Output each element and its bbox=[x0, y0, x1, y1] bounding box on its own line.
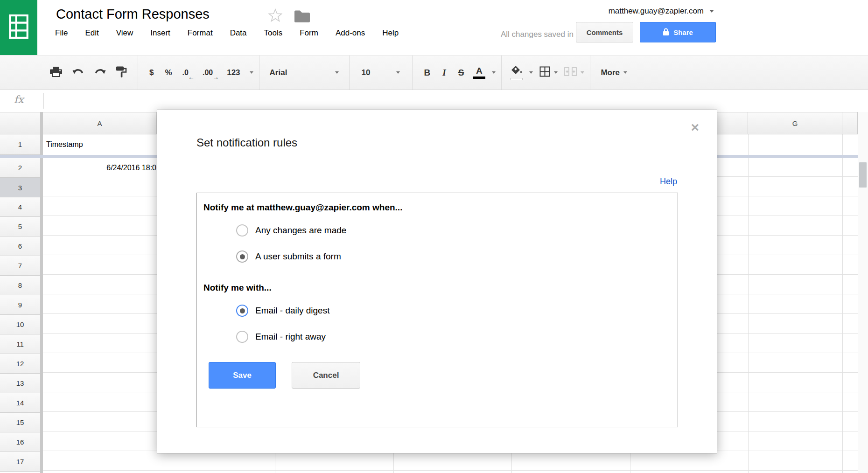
toolbar: $ % .0← .00→ 123 Arial 10 B I S A bbox=[0, 55, 868, 90]
radio-option[interactable]: Email - right away bbox=[203, 324, 671, 350]
chevron-down-icon bbox=[250, 71, 253, 74]
folder-icon[interactable] bbox=[294, 10, 310, 24]
increase-decimal-button[interactable]: .00→ bbox=[198, 56, 217, 90]
row-header[interactable]: 6 bbox=[0, 236, 40, 256]
column-header-a[interactable]: A bbox=[43, 112, 157, 134]
fx-label: fx bbox=[14, 94, 24, 105]
strikethrough-button[interactable]: S bbox=[452, 56, 470, 90]
column-header-g[interactable]: G bbox=[748, 112, 842, 134]
row-header[interactable]: 5 bbox=[0, 217, 40, 236]
redo-button[interactable] bbox=[89, 56, 111, 90]
row-header[interactable]: 2 bbox=[0, 158, 40, 178]
cancel-button[interactable]: Cancel bbox=[292, 362, 360, 389]
row-header[interactable]: 8 bbox=[0, 276, 40, 295]
document-title[interactable]: Contact Form Responses bbox=[56, 7, 210, 22]
row-header[interactable]: 11 bbox=[0, 334, 40, 354]
menu-item[interactable]: Add-ons bbox=[336, 28, 365, 38]
borders-button[interactable] bbox=[539, 56, 558, 90]
dialog-buttons: Save Cancel bbox=[203, 362, 671, 389]
font-size-select[interactable]: 10 bbox=[355, 56, 406, 90]
row-header[interactable]: 9 bbox=[0, 295, 40, 315]
menu-item[interactable]: Tools bbox=[264, 28, 283, 38]
radio-label: A user submits a form bbox=[255, 251, 341, 262]
chevron-down-icon bbox=[529, 71, 533, 74]
help-link[interactable]: Help bbox=[660, 177, 677, 187]
menu-item[interactable]: Format bbox=[188, 28, 213, 38]
menu-item[interactable]: File bbox=[55, 28, 68, 38]
column-header-partial[interactable] bbox=[842, 112, 858, 134]
paint-format-button[interactable] bbox=[111, 56, 132, 90]
redo-icon bbox=[94, 68, 106, 78]
chevron-down-icon bbox=[709, 10, 714, 13]
with-options: Email - daily digest Email - right away bbox=[203, 298, 671, 350]
undo-icon bbox=[72, 68, 84, 78]
row-header[interactable]: 1 bbox=[0, 134, 40, 155]
radio-option[interactable]: Email - daily digest bbox=[203, 298, 671, 324]
borders-icon bbox=[539, 66, 550, 79]
share-label: Share bbox=[673, 28, 693, 36]
row-header[interactable]: 15 bbox=[0, 413, 40, 432]
row-headers: 1 2 3 4 5 6 7 8 9 10 11 12 bbox=[0, 134, 40, 472]
radio-label: Any changes are made bbox=[255, 225, 346, 236]
google-sheets-app: Contact Form Responses File Edit View In… bbox=[0, 0, 868, 473]
row-header[interactable]: 17 bbox=[0, 452, 40, 472]
account-email: matthew.guay@zapier.com bbox=[609, 7, 704, 16]
text-color-button[interactable]: A bbox=[470, 56, 496, 90]
cell-a2[interactable]: 6/24/2016 18:0 bbox=[43, 158, 157, 178]
when-heading: Notify me at matthew.guay@zapier.com whe… bbox=[203, 202, 671, 214]
more-button[interactable]: More bbox=[601, 56, 627, 90]
paint-roller-icon bbox=[116, 66, 127, 80]
row-header[interactable]: 16 bbox=[0, 432, 40, 452]
menu-item[interactable]: Data bbox=[230, 28, 247, 38]
radio-icon bbox=[236, 305, 248, 317]
undo-button[interactable] bbox=[67, 56, 89, 90]
scrollbar-thumb[interactable] bbox=[859, 162, 867, 188]
formula-bar[interactable]: fx bbox=[0, 90, 868, 112]
row-header[interactable]: 7 bbox=[0, 256, 40, 276]
chevron-down-icon bbox=[396, 71, 400, 74]
row-header[interactable]: 14 bbox=[0, 393, 40, 413]
paint-bucket-icon bbox=[511, 65, 523, 77]
row-header[interactable]: 10 bbox=[0, 315, 40, 334]
merge-cells-icon bbox=[564, 67, 577, 78]
radio-icon bbox=[236, 250, 248, 263]
save-button[interactable]: Save bbox=[209, 362, 276, 389]
text-color-swatch bbox=[473, 77, 485, 79]
italic-button[interactable]: I bbox=[436, 56, 452, 90]
radio-option[interactable]: A user submits a form bbox=[203, 243, 671, 270]
currency-format-button[interactable]: $ bbox=[144, 56, 159, 90]
chevron-down-icon bbox=[492, 71, 496, 74]
when-options: Any changes are made A user submits a fo… bbox=[203, 217, 671, 270]
row-header[interactable]: 12 bbox=[0, 354, 40, 374]
menu-item[interactable]: Edit bbox=[85, 28, 98, 38]
account-menu[interactable]: matthew.guay@zapier.com bbox=[609, 7, 714, 16]
share-button[interactable]: Share bbox=[640, 22, 716, 42]
percent-format-button[interactable]: % bbox=[159, 56, 177, 90]
sheets-logo[interactable] bbox=[0, 0, 37, 55]
chevron-down-icon bbox=[581, 71, 584, 74]
menu-item[interactable]: Form bbox=[300, 28, 318, 38]
comments-button[interactable]: Comments bbox=[576, 22, 633, 42]
decrease-decimal-button[interactable]: .0← bbox=[178, 56, 193, 90]
merge-cells-button[interactable] bbox=[564, 56, 584, 90]
radio-icon bbox=[236, 331, 248, 343]
print-button[interactable] bbox=[45, 56, 67, 90]
dialog-title: Set notification rules bbox=[196, 136, 297, 149]
bold-button[interactable]: B bbox=[418, 56, 437, 90]
number-format-button[interactable]: 123 bbox=[221, 56, 253, 90]
menu-item[interactable]: Insert bbox=[150, 28, 170, 38]
row-header[interactable]: 13 bbox=[0, 374, 40, 393]
cell-a1[interactable]: Timestamp bbox=[43, 134, 157, 155]
fill-color-button[interactable] bbox=[507, 56, 533, 90]
sheets-grid-icon bbox=[9, 14, 28, 41]
star-icon[interactable] bbox=[268, 8, 282, 24]
titlebar: Contact Form Responses File Edit View In… bbox=[0, 0, 868, 55]
menu-item[interactable]: View bbox=[116, 28, 133, 38]
row-header[interactable]: 4 bbox=[0, 197, 40, 217]
close-icon[interactable]: × bbox=[691, 120, 699, 134]
radio-option[interactable]: Any changes are made bbox=[203, 217, 671, 243]
font-family-select[interactable]: Arial bbox=[265, 56, 343, 90]
select-all-corner[interactable] bbox=[0, 112, 43, 134]
row-header[interactable]: 3 bbox=[0, 178, 40, 197]
menu-item[interactable]: Help bbox=[382, 28, 399, 38]
